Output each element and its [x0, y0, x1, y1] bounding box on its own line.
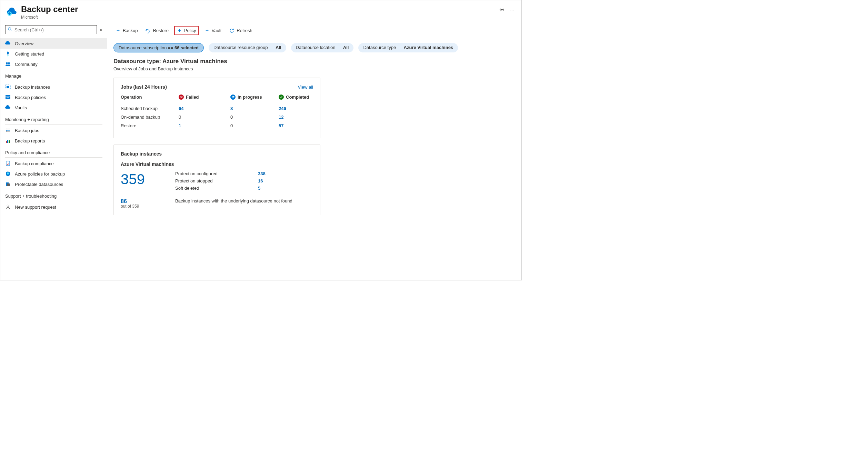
sidebar-item-backup-instances[interactable]: Backup instances	[0, 82, 107, 92]
policy-button[interactable]: ＋ Policy	[174, 26, 199, 35]
col-operation: Operation	[121, 95, 179, 100]
toolbar: ＋ Backup Restore ＋ Policy ＋ Vault Re	[107, 22, 521, 38]
svg-point-21	[7, 172, 9, 175]
job-value: 0	[230, 115, 233, 120]
sidebar-section-monitoring: Monitoring + reporting	[0, 113, 107, 123]
instances-subtitle: Azure Virtual machines	[121, 161, 313, 167]
sidebar-item-label: Backup instances	[15, 85, 50, 90]
instance-value[interactable]: 338	[258, 171, 266, 176]
overview-icon	[5, 41, 11, 46]
svg-line-2	[11, 30, 12, 31]
instances-total[interactable]: 359	[121, 171, 166, 188]
page-subtitle: Microsoft	[21, 15, 495, 20]
sidebar-item-azure-policies[interactable]: Azure policies for backup	[0, 169, 107, 179]
svg-rect-23	[7, 183, 10, 186]
view-all-link[interactable]: View all	[298, 85, 313, 90]
sidebar-item-vaults[interactable]: Vaults	[0, 102, 107, 113]
sidebar-item-label: New support request	[15, 205, 56, 210]
job-value[interactable]: 246	[279, 106, 286, 111]
completed-icon: ✓	[279, 95, 284, 100]
button-label: Refresh	[237, 28, 252, 33]
sidebar-item-getting-started[interactable]: Getting started	[0, 49, 107, 59]
job-value[interactable]: 1	[179, 123, 181, 128]
svg-point-16	[6, 131, 7, 132]
refresh-icon	[229, 28, 235, 33]
jobs-row: On-demand backup 0 0 12	[121, 115, 313, 120]
filter-type[interactable]: Datasource type == Azure Virtual machine…	[358, 43, 458, 52]
page-title: Backup center	[21, 4, 495, 14]
vault-icon	[5, 105, 11, 110]
content-subtitle: Overview of Jobs and Backup instances	[113, 66, 515, 71]
search-icon	[8, 27, 12, 33]
sidebar-item-label: Backup policies	[15, 95, 46, 100]
sidebar-item-label: Getting started	[15, 51, 44, 57]
undo-icon	[145, 28, 151, 33]
svg-rect-6	[7, 86, 9, 88]
sidebar-item-community[interactable]: Community	[0, 59, 107, 69]
divider	[5, 201, 102, 201]
sidebar-item-label: Backup reports	[15, 138, 45, 143]
support-icon	[5, 204, 11, 210]
inprogress-icon: ⟳	[230, 95, 236, 100]
vault-button[interactable]: ＋ Vault	[202, 26, 224, 35]
notfound-text: Backup instances with the underlying dat…	[175, 198, 292, 203]
plus-icon: ＋	[116, 27, 121, 34]
policies-icon	[5, 95, 11, 100]
plus-icon: ＋	[177, 27, 182, 34]
filter-subscription[interactable]: Datasource subscription == 66 selected	[113, 43, 204, 52]
job-value[interactable]: 57	[279, 123, 283, 128]
filter-location[interactable]: Datasource location == All	[291, 43, 354, 52]
refresh-button[interactable]: Refresh	[227, 27, 255, 35]
instances-card: Backup instances Azure Virtual machines …	[113, 145, 320, 215]
sidebar-item-support-request[interactable]: New support request	[0, 202, 107, 212]
failed-icon: ✕	[179, 95, 184, 100]
sidebar-item-backup-jobs[interactable]: Backup jobs	[0, 125, 107, 136]
button-label: Restore	[153, 28, 169, 33]
main-content: ＋ Backup Restore ＋ Policy ＋ Vault Re	[107, 22, 521, 280]
divider	[5, 81, 102, 81]
job-value: 0	[230, 123, 233, 128]
azure-policy-icon	[5, 171, 11, 177]
filter-resource-group[interactable]: Datasource resource group == All	[209, 43, 286, 52]
jobs-title: Jobs (last 24 Hours)	[121, 84, 167, 90]
sidebar-item-label: Overview	[15, 41, 33, 46]
svg-point-15	[6, 130, 7, 131]
protectable-icon	[5, 181, 11, 187]
instance-row: Soft deleted5	[175, 186, 266, 191]
svg-point-1	[8, 27, 11, 30]
sidebar: « Overview Getting started Community Man…	[0, 22, 107, 280]
sidebar-item-protectable[interactable]: Protectable datasources	[0, 179, 107, 189]
sidebar-section-support: Support + troubleshooting	[0, 189, 107, 199]
backup-button[interactable]: ＋ Backup	[113, 26, 140, 35]
sidebar-item-overview[interactable]: Overview	[0, 38, 107, 49]
collapse-sidebar-icon[interactable]: «	[100, 27, 102, 32]
rocket-icon	[5, 51, 11, 57]
instances-icon	[5, 84, 11, 90]
job-value[interactable]: 64	[179, 106, 183, 111]
sidebar-item-backup-policies[interactable]: Backup policies	[0, 92, 107, 102]
restore-button[interactable]: Restore	[143, 27, 171, 35]
svg-point-4	[8, 62, 10, 64]
instance-value[interactable]: 16	[258, 178, 263, 183]
job-value[interactable]: 12	[279, 115, 283, 120]
page-header: Backup center Microsoft ···	[0, 0, 521, 22]
svg-point-24	[7, 205, 9, 207]
jobs-row: Restore 1 0 57	[121, 123, 313, 128]
sidebar-section-policy: Policy and compliance	[0, 146, 107, 156]
instance-value[interactable]: 5	[258, 186, 260, 191]
divider	[5, 124, 102, 125]
job-value[interactable]: 8	[230, 106, 233, 111]
jobs-header-row: Operation ✕Failed ⟳In progress ✓Complete…	[121, 95, 313, 100]
svg-rect-17	[6, 141, 7, 143]
sidebar-item-backup-compliance[interactable]: Backup compliance	[0, 158, 107, 169]
search-box[interactable]	[5, 25, 97, 34]
button-label: Backup	[123, 28, 138, 33]
button-label: Policy	[184, 28, 196, 33]
sidebar-item-backup-reports[interactable]: Backup reports	[0, 136, 107, 146]
search-input[interactable]	[14, 27, 94, 32]
job-value: 0	[179, 115, 181, 120]
more-icon[interactable]: ···	[509, 7, 515, 12]
pin-icon[interactable]	[499, 7, 505, 13]
col-completed: ✓Completed	[279, 95, 309, 100]
svg-rect-19	[9, 140, 10, 143]
